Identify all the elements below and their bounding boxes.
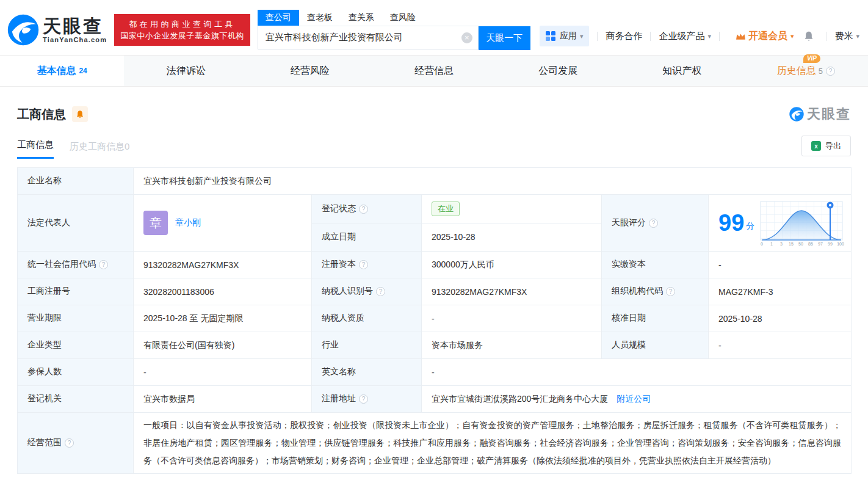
subtab-history-registration[interactable]: 历史工商信息0 — [70, 141, 129, 159]
apps-menu-button[interactable]: 应用 — [540, 26, 590, 46]
tab-basic-info[interactable]: 基本信息 24 — [0, 56, 124, 86]
label-taxpayer-id: 纳税人识别号 — [312, 278, 422, 305]
slogan-banner: 都在用的商业查询工具 国家中小企业发展子基金旗下机构 — [114, 14, 250, 46]
search-input[interactable] — [258, 26, 478, 49]
search-tab-risk[interactable]: 查风险 — [382, 10, 424, 26]
tab-label: 经营信息 — [414, 65, 454, 78]
label-staff-size: 人员规模 — [602, 332, 709, 359]
value-legal-representative: 章 章小刚 — [134, 195, 312, 252]
subtab-business-registration[interactable]: 工商信息 — [17, 139, 54, 159]
tab-business-info[interactable]: 经营信息 — [372, 56, 496, 86]
tab-company-development[interactable]: 公司发展 — [496, 56, 620, 86]
label-approval-date: 核准日期 — [602, 305, 709, 332]
excel-icon — [811, 141, 821, 151]
nearby-companies-link[interactable]: 附近公司 — [617, 394, 651, 404]
value-company-name: 宜兴市科技创新产业投资有限公司 — [134, 168, 852, 195]
label-paid-capital: 实缴资本 — [602, 252, 709, 278]
search-input-wrap — [258, 26, 479, 49]
slogan-line1: 都在用的商业查询工具 — [120, 18, 244, 30]
nav-open-vip[interactable]: 开通会员 — [736, 30, 794, 43]
business-info-table: 企业名称 宜兴市科技创新产业投资有限公司 法定代表人 章 章小刚 登记状态 在业… — [17, 167, 852, 474]
tab-intellectual-property[interactable]: 知识产权 — [620, 56, 744, 86]
table-row: 经营范围 一般项目：以自有资金从事投资活动；股权投资；创业投资（限投资未上市企业… — [18, 413, 852, 474]
score-distribution-chart[interactable]: 0 1 3 15 50 85 97 99 100 — [758, 198, 845, 247]
tab-business-risk[interactable]: 经营风险 — [248, 56, 372, 86]
help-icon[interactable] — [649, 219, 658, 228]
export-button[interactable]: 导出 — [801, 136, 851, 156]
search-block: 查公司 查老板 查关系 查风险 天眼一下 — [258, 10, 530, 50]
label-registered-address: 注册地址 — [312, 386, 422, 413]
help-icon[interactable] — [666, 287, 675, 296]
search-button[interactable]: 天眼一下 — [479, 26, 530, 50]
watermark-logo: 天眼查 — [789, 105, 851, 123]
value-industry: 资本市场服务 — [422, 332, 602, 359]
help-icon[interactable] — [359, 205, 368, 214]
label-english-name: 英文名称 — [312, 359, 422, 386]
tab-label: 基本信息 — [37, 65, 76, 78]
help-icon[interactable] — [359, 260, 368, 269]
help-icon[interactable] — [376, 287, 385, 296]
search-tab-boss[interactable]: 查老板 — [299, 10, 341, 26]
help-icon[interactable] — [65, 438, 74, 448]
chevron-down-icon — [580, 32, 584, 40]
value-registered-capital: 300000万人民币 — [422, 252, 602, 278]
label-credit-code: 统一社会信用代码 — [18, 252, 134, 278]
value-org-code: MAG27KMF-3 — [709, 278, 852, 305]
value-registration-status: 在业 — [422, 195, 602, 223]
chevron-down-icon — [707, 32, 711, 40]
tianyancha-logo-icon — [789, 106, 805, 122]
nav-enterprise-products[interactable]: 企业级产品 — [659, 31, 711, 42]
label-company-type: 企业类型 — [18, 332, 134, 359]
tianyancha-logo[interactable]: 天眼查 TianYanCha.com — [6, 13, 107, 47]
axis-tick: 0 — [761, 242, 763, 246]
axis-tick: 3 — [780, 242, 783, 246]
tab-label: 历史信息 — [777, 65, 816, 78]
value-credit-code: 91320282MAG27KMF3X — [134, 252, 312, 278]
label-tyc-score: 天眼评分 — [602, 195, 709, 252]
table-row: 企业名称 宜兴市科技创新产业投资有限公司 — [18, 168, 852, 195]
tab-legal-proceedings[interactable]: 法律诉讼 — [124, 56, 248, 86]
table-row: 法定代表人 章 章小刚 登记状态 在业 天眼评分 99 分 — [18, 195, 852, 223]
value-staff-size: - — [709, 332, 852, 359]
help-icon[interactable] — [359, 394, 368, 404]
axis-tick: 1 — [770, 242, 773, 246]
label-legal-representative: 法定代表人 — [18, 195, 134, 252]
value-registration-authority: 宜兴市数据局 — [134, 386, 312, 413]
clear-search-icon[interactable] — [461, 32, 472, 43]
label-taxpayer-quality: 纳税人资质 — [312, 305, 422, 332]
chevron-down-icon — [790, 32, 794, 40]
divider — [650, 32, 651, 41]
divider — [597, 32, 598, 41]
search-tab-company[interactable]: 查公司 — [258, 10, 299, 26]
axis-tick: 100 — [837, 242, 844, 246]
value-business-scope: 一般项目：以自有资金从事投资活动；股权投资；创业投资（限投资未上市企业）；自有资… — [134, 413, 852, 474]
divider — [719, 32, 720, 41]
help-icon[interactable] — [826, 67, 835, 76]
value-business-term: 2025-10-28 至 无固定期限 — [134, 305, 312, 332]
top-bar: 天眼查 TianYanCha.com 都在用的商业查询工具 国家中小企业发展子基… — [0, 0, 868, 55]
axis-tick: 50 — [798, 242, 803, 246]
brand-domain: TianYanCha.com — [43, 36, 107, 43]
tab-count: 24 — [79, 67, 87, 75]
axis-tick: 97 — [818, 242, 823, 246]
nav-cooperation[interactable]: 商务合作 — [606, 31, 642, 42]
help-icon[interactable] — [99, 260, 108, 269]
monitor-bell-button[interactable] — [72, 106, 88, 122]
tab-label: 知识产权 — [662, 65, 701, 78]
value-approval-date: 2025-10-28 — [709, 305, 852, 332]
table-row: 营业期限 2025-10-28 至 无固定期限 纳税人资质 - 核准日期 202… — [18, 305, 852, 332]
user-menu[interactable]: 费米 — [834, 31, 859, 42]
apps-grid-icon — [546, 31, 555, 41]
label-establish-date: 成立日期 — [312, 223, 422, 252]
tab-history-info[interactable]: VIP 历史信息 5 — [744, 56, 868, 86]
notification-bell-icon[interactable] — [803, 31, 814, 42]
search-row: 天眼一下 — [258, 26, 530, 50]
table-row: 企业类型 有限责任公司(国有独资) 行业 资本市场服务 人员规模 - — [18, 332, 852, 359]
avatar[interactable]: 章 — [143, 211, 168, 235]
value-tyc-score: 99 分 — [709, 195, 852, 252]
search-tab-relation[interactable]: 查关系 — [341, 10, 382, 26]
legal-representative-link[interactable]: 章小刚 — [175, 217, 201, 228]
table-row: 统一社会信用代码 91320282MAG27KMF3X 注册资本 300000万… — [18, 252, 852, 278]
tab-label: 经营风险 — [291, 65, 330, 78]
axis-tick: 99 — [828, 242, 833, 246]
